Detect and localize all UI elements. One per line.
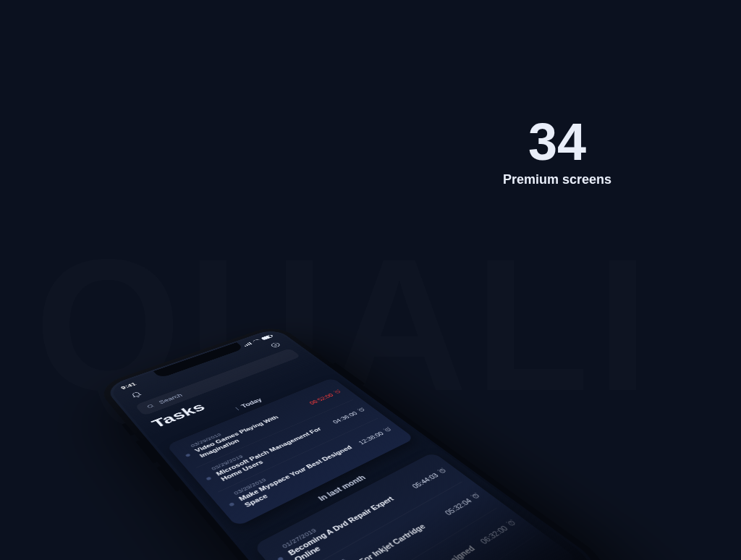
alarm-icon [356,407,368,414]
task-row[interactable]: 01/15/2019 Help Finding Information Onli… [360,536,566,560]
task-bullet-icon [229,502,235,506]
screen-fade [280,478,602,560]
task-date: 01/15/2019 [378,545,543,560]
task-row[interactable]: 01/15/2019 Make Myspace Your Best Design… [325,508,535,560]
add-button[interactable] [265,339,287,351]
phone-volume-down [156,466,180,492]
task-time: 05:32:04 [442,491,483,517]
task-bullet-icon [206,477,211,481]
promo-block: 34 Premium screens [463,116,651,187]
task-time: 12:38:00 [357,426,394,446]
task-title: Guidelines For Inkjet Cartridge Refill [316,513,452,560]
task-bullet-icon [277,556,284,560]
task-time: 04:36:00 [331,407,368,425]
task-title: Help Finding Information Online [386,551,554,560]
phone-screen: 9:41 [106,329,602,560]
task-title: Make Myspace Your Best Designed Space [350,543,489,560]
svg-point-5 [439,469,446,474]
task-bullet-icon [185,453,191,457]
task-time: 06:52:00 [308,389,344,406]
phone-frame: 9:41 [95,324,620,560]
alarm-icon [469,491,483,501]
svg-point-1 [147,404,153,408]
alarm-icon [504,518,520,529]
bottom-nav [357,540,595,560]
alarm-icon [381,426,394,434]
notifications-button[interactable] [124,388,148,402]
task-date: 01/27/2019 [281,482,403,549]
nav-settings[interactable] [533,554,573,560]
task-date: 01/15/2019 [342,536,470,560]
svg-point-7 [507,520,515,526]
promo-number: 34 [463,116,651,168]
svg-point-6 [472,493,480,499]
plus-circle-icon [268,341,283,349]
task-row[interactable]: 01/27/2019 Becoming A Dvd Repair Expert … [265,458,462,560]
task-time: 06:32:00 [478,518,520,546]
search-icon [145,402,157,410]
task-card-last-month: 01/27/2019 Becoming A Dvd Repair Expert … [253,452,578,560]
bell-icon [129,391,144,400]
task-title: Becoming A Dvd Repair Expert Online [286,487,418,560]
alarm-icon [332,389,344,395]
task-time: 05:44:03 [410,467,450,490]
promo-subtitle: Premium screens [463,172,651,187]
alarm-icon [436,467,450,475]
task-row[interactable]: 01/27/2019 Guidelines For Inkjet Cartrid… [293,482,496,560]
phone-mute-switch [122,423,135,436]
task-date: 01/27/2019 [310,508,435,560]
